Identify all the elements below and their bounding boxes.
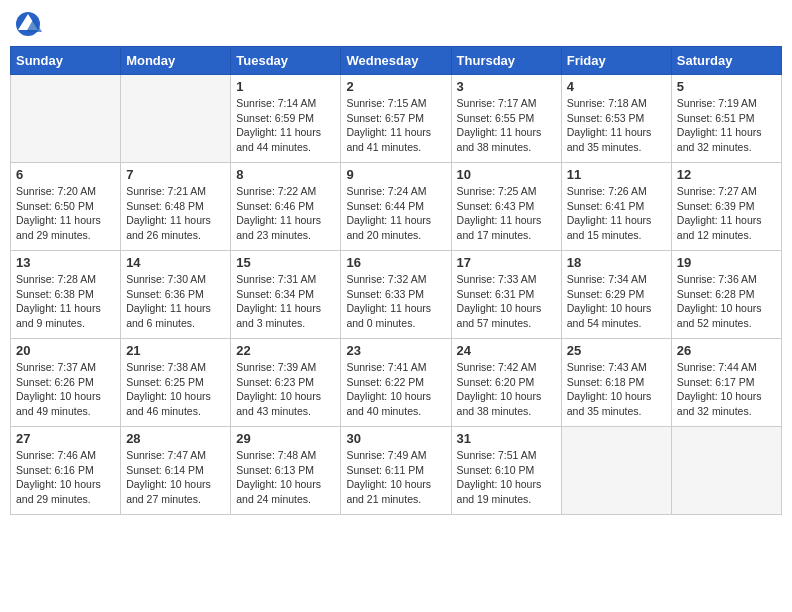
day-cell: 24Sunrise: 7:42 AM Sunset: 6:20 PM Dayli…: [451, 339, 561, 427]
day-header: Monday: [121, 47, 231, 75]
day-number: 28: [126, 431, 225, 446]
day-number: 15: [236, 255, 335, 270]
day-cell: 1Sunrise: 7:14 AM Sunset: 6:59 PM Daylig…: [231, 75, 341, 163]
day-info: Sunrise: 7:15 AM Sunset: 6:57 PM Dayligh…: [346, 96, 445, 155]
day-cell: 9Sunrise: 7:24 AM Sunset: 6:44 PM Daylig…: [341, 163, 451, 251]
day-number: 22: [236, 343, 335, 358]
week-row: 13Sunrise: 7:28 AM Sunset: 6:38 PM Dayli…: [11, 251, 782, 339]
day-info: Sunrise: 7:24 AM Sunset: 6:44 PM Dayligh…: [346, 184, 445, 243]
day-number: 5: [677, 79, 776, 94]
day-info: Sunrise: 7:37 AM Sunset: 6:26 PM Dayligh…: [16, 360, 115, 419]
week-row: 27Sunrise: 7:46 AM Sunset: 6:16 PM Dayli…: [11, 427, 782, 515]
day-cell: 23Sunrise: 7:41 AM Sunset: 6:22 PM Dayli…: [341, 339, 451, 427]
day-info: Sunrise: 7:48 AM Sunset: 6:13 PM Dayligh…: [236, 448, 335, 507]
day-info: Sunrise: 7:14 AM Sunset: 6:59 PM Dayligh…: [236, 96, 335, 155]
day-cell: 29Sunrise: 7:48 AM Sunset: 6:13 PM Dayli…: [231, 427, 341, 515]
day-cell: 25Sunrise: 7:43 AM Sunset: 6:18 PM Dayli…: [561, 339, 671, 427]
day-cell: [121, 75, 231, 163]
day-info: Sunrise: 7:21 AM Sunset: 6:48 PM Dayligh…: [126, 184, 225, 243]
day-info: Sunrise: 7:19 AM Sunset: 6:51 PM Dayligh…: [677, 96, 776, 155]
day-info: Sunrise: 7:31 AM Sunset: 6:34 PM Dayligh…: [236, 272, 335, 331]
day-cell: 15Sunrise: 7:31 AM Sunset: 6:34 PM Dayli…: [231, 251, 341, 339]
day-number: 4: [567, 79, 666, 94]
day-cell: 5Sunrise: 7:19 AM Sunset: 6:51 PM Daylig…: [671, 75, 781, 163]
day-cell: 22Sunrise: 7:39 AM Sunset: 6:23 PM Dayli…: [231, 339, 341, 427]
day-header: Sunday: [11, 47, 121, 75]
week-row: 6Sunrise: 7:20 AM Sunset: 6:50 PM Daylig…: [11, 163, 782, 251]
day-header: Wednesday: [341, 47, 451, 75]
day-number: 8: [236, 167, 335, 182]
day-info: Sunrise: 7:18 AM Sunset: 6:53 PM Dayligh…: [567, 96, 666, 155]
day-number: 19: [677, 255, 776, 270]
day-number: 17: [457, 255, 556, 270]
day-cell: 28Sunrise: 7:47 AM Sunset: 6:14 PM Dayli…: [121, 427, 231, 515]
day-number: 10: [457, 167, 556, 182]
day-cell: 17Sunrise: 7:33 AM Sunset: 6:31 PM Dayli…: [451, 251, 561, 339]
day-cell: 8Sunrise: 7:22 AM Sunset: 6:46 PM Daylig…: [231, 163, 341, 251]
day-number: 24: [457, 343, 556, 358]
day-header: Tuesday: [231, 47, 341, 75]
day-cell: 31Sunrise: 7:51 AM Sunset: 6:10 PM Dayli…: [451, 427, 561, 515]
day-cell: 4Sunrise: 7:18 AM Sunset: 6:53 PM Daylig…: [561, 75, 671, 163]
day-number: 27: [16, 431, 115, 446]
day-number: 1: [236, 79, 335, 94]
day-cell: 20Sunrise: 7:37 AM Sunset: 6:26 PM Dayli…: [11, 339, 121, 427]
day-header: Saturday: [671, 47, 781, 75]
week-row: 1Sunrise: 7:14 AM Sunset: 6:59 PM Daylig…: [11, 75, 782, 163]
day-cell: 6Sunrise: 7:20 AM Sunset: 6:50 PM Daylig…: [11, 163, 121, 251]
day-cell: 14Sunrise: 7:30 AM Sunset: 6:36 PM Dayli…: [121, 251, 231, 339]
day-number: 3: [457, 79, 556, 94]
day-cell: 11Sunrise: 7:26 AM Sunset: 6:41 PM Dayli…: [561, 163, 671, 251]
day-info: Sunrise: 7:27 AM Sunset: 6:39 PM Dayligh…: [677, 184, 776, 243]
day-info: Sunrise: 7:32 AM Sunset: 6:33 PM Dayligh…: [346, 272, 445, 331]
day-number: 30: [346, 431, 445, 446]
day-info: Sunrise: 7:39 AM Sunset: 6:23 PM Dayligh…: [236, 360, 335, 419]
day-number: 9: [346, 167, 445, 182]
day-info: Sunrise: 7:47 AM Sunset: 6:14 PM Dayligh…: [126, 448, 225, 507]
day-info: Sunrise: 7:28 AM Sunset: 6:38 PM Dayligh…: [16, 272, 115, 331]
day-info: Sunrise: 7:46 AM Sunset: 6:16 PM Dayligh…: [16, 448, 115, 507]
page-header: [10, 10, 782, 38]
day-number: 31: [457, 431, 556, 446]
day-info: Sunrise: 7:42 AM Sunset: 6:20 PM Dayligh…: [457, 360, 556, 419]
day-cell: 16Sunrise: 7:32 AM Sunset: 6:33 PM Dayli…: [341, 251, 451, 339]
day-info: Sunrise: 7:20 AM Sunset: 6:50 PM Dayligh…: [16, 184, 115, 243]
day-number: 23: [346, 343, 445, 358]
day-number: 16: [346, 255, 445, 270]
day-info: Sunrise: 7:22 AM Sunset: 6:46 PM Dayligh…: [236, 184, 335, 243]
day-number: 13: [16, 255, 115, 270]
logo: [14, 10, 46, 38]
day-number: 20: [16, 343, 115, 358]
day-header: Thursday: [451, 47, 561, 75]
day-info: Sunrise: 7:36 AM Sunset: 6:28 PM Dayligh…: [677, 272, 776, 331]
day-cell: 10Sunrise: 7:25 AM Sunset: 6:43 PM Dayli…: [451, 163, 561, 251]
calendar-table: SundayMondayTuesdayWednesdayThursdayFrid…: [10, 46, 782, 515]
week-row: 20Sunrise: 7:37 AM Sunset: 6:26 PM Dayli…: [11, 339, 782, 427]
day-info: Sunrise: 7:49 AM Sunset: 6:11 PM Dayligh…: [346, 448, 445, 507]
day-cell: [671, 427, 781, 515]
day-cell: 13Sunrise: 7:28 AM Sunset: 6:38 PM Dayli…: [11, 251, 121, 339]
day-info: Sunrise: 7:43 AM Sunset: 6:18 PM Dayligh…: [567, 360, 666, 419]
day-cell: 18Sunrise: 7:34 AM Sunset: 6:29 PM Dayli…: [561, 251, 671, 339]
day-cell: 3Sunrise: 7:17 AM Sunset: 6:55 PM Daylig…: [451, 75, 561, 163]
day-number: 25: [567, 343, 666, 358]
day-number: 12: [677, 167, 776, 182]
day-header: Friday: [561, 47, 671, 75]
day-number: 26: [677, 343, 776, 358]
day-number: 2: [346, 79, 445, 94]
day-cell: 19Sunrise: 7:36 AM Sunset: 6:28 PM Dayli…: [671, 251, 781, 339]
day-number: 18: [567, 255, 666, 270]
day-info: Sunrise: 7:30 AM Sunset: 6:36 PM Dayligh…: [126, 272, 225, 331]
day-info: Sunrise: 7:26 AM Sunset: 6:41 PM Dayligh…: [567, 184, 666, 243]
day-number: 29: [236, 431, 335, 446]
day-cell: 2Sunrise: 7:15 AM Sunset: 6:57 PM Daylig…: [341, 75, 451, 163]
day-info: Sunrise: 7:25 AM Sunset: 6:43 PM Dayligh…: [457, 184, 556, 243]
day-cell: [561, 427, 671, 515]
day-number: 7: [126, 167, 225, 182]
day-number: 11: [567, 167, 666, 182]
logo-icon: [14, 10, 42, 38]
day-info: Sunrise: 7:44 AM Sunset: 6:17 PM Dayligh…: [677, 360, 776, 419]
header-row: SundayMondayTuesdayWednesdayThursdayFrid…: [11, 47, 782, 75]
day-cell: 21Sunrise: 7:38 AM Sunset: 6:25 PM Dayli…: [121, 339, 231, 427]
day-info: Sunrise: 7:41 AM Sunset: 6:22 PM Dayligh…: [346, 360, 445, 419]
